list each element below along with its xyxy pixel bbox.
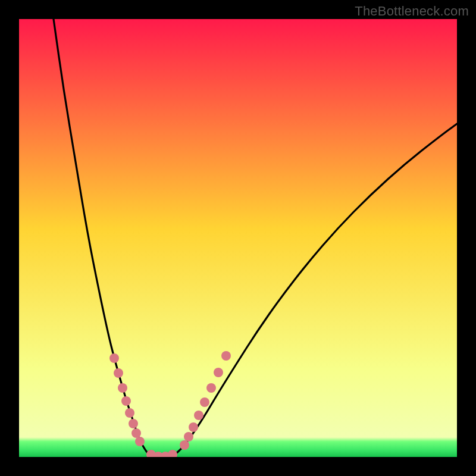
data-dot: [200, 397, 209, 407]
data-dot: [135, 437, 145, 446]
data-dot: [194, 411, 203, 420]
data-dot: [114, 368, 123, 378]
chart-frame: TheBottleneck.com: [0, 0, 476, 476]
data-dot: [206, 383, 216, 393]
data-dot: [221, 351, 231, 361]
data-dot: [121, 396, 131, 406]
data-dot: [109, 353, 119, 363]
data-dot: [184, 432, 193, 441]
plot-area: [19, 19, 457, 457]
data-dot: [125, 408, 134, 418]
data-dot: [180, 440, 189, 450]
watermark-text: TheBottleneck.com: [355, 4, 469, 19]
data-dot: [168, 450, 177, 457]
v-curve: [19, 19, 457, 457]
data-dot: [189, 422, 198, 432]
data-dot: [118, 383, 127, 393]
data-dot: [214, 368, 223, 377]
data-dot: [129, 419, 138, 428]
